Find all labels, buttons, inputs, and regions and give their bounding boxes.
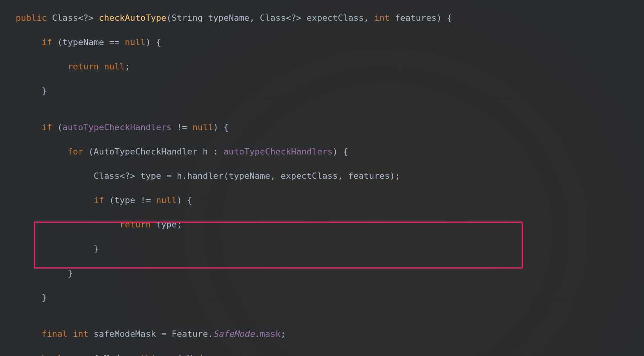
code-line: return type; — [16, 218, 644, 231]
method-call: h.handler — [177, 171, 224, 181]
keyword-final: final — [42, 329, 67, 339]
code-line: if (autoTypeCheckHandlers != null) { — [16, 121, 644, 133]
code-line: } — [16, 291, 644, 303]
field: mask — [260, 329, 281, 339]
variable: safeModeMask — [94, 329, 156, 339]
wildcard: <?> — [286, 13, 302, 23]
param-name: features — [395, 13, 437, 23]
keyword-if: if — [42, 122, 52, 132]
keyword-boolean: boolean — [42, 353, 78, 356]
variable: type — [115, 195, 135, 205]
param-name: expectClass — [307, 13, 364, 23]
code-line: for (AutoTypeCheckHandler h : autoTypeCh… — [16, 145, 644, 158]
code-editor[interactable]: public Class<?> checkAutoType(String typ… — [16, 12, 644, 356]
operator: == — [109, 37, 120, 47]
argument: features — [348, 171, 390, 181]
operator: != — [177, 122, 187, 132]
keyword-if: if — [42, 37, 52, 47]
wildcard: <?> — [120, 171, 135, 181]
variable: type — [156, 220, 177, 229]
enum-value: SafeMode — [213, 329, 255, 339]
keyword-if: if — [94, 195, 104, 205]
type: Class — [94, 171, 120, 181]
operator: != — [140, 195, 151, 205]
param-type: Class — [260, 13, 286, 23]
code-line: public Class<?> checkAutoType(String typ… — [16, 12, 644, 24]
keyword-this: this — [140, 353, 161, 356]
param-type: String — [171, 13, 202, 23]
variable: typeName — [62, 37, 104, 47]
param-type: int — [374, 13, 390, 23]
keyword-int: int — [73, 329, 89, 339]
keyword-public: public — [16, 13, 47, 23]
code-line: } — [16, 243, 644, 255]
method-name: checkAutoType — [99, 13, 166, 23]
code-line: if (typeName == null) { — [16, 36, 644, 48]
type: AutoTypeCheckHandler — [94, 147, 198, 156]
code-line: final int safeModeMask = Feature.SafeMod… — [16, 328, 644, 340]
code-line: } — [16, 85, 644, 97]
field: autoTypeCheckHandlers — [224, 147, 333, 156]
field: safeMode — [166, 353, 208, 356]
keyword-null: null — [156, 195, 177, 205]
keyword-return: return — [120, 220, 151, 229]
variable: h — [203, 147, 208, 156]
code-line: return null; — [16, 60, 644, 73]
class-name: Feature — [171, 329, 208, 339]
keyword-null: null — [104, 62, 125, 71]
code-line: Class<?> type = h.handler(typeName, expe… — [16, 170, 644, 182]
variable: type — [140, 171, 161, 181]
type-class: Class — [52, 13, 78, 23]
code-line: if (type != null) { — [16, 194, 644, 206]
argument: typeName — [229, 171, 270, 181]
keyword-null: null — [192, 122, 213, 132]
keyword-null: null — [125, 37, 146, 47]
code-line: } — [16, 267, 644, 279]
param-name: typeName — [208, 13, 249, 23]
variable: safeMode — [83, 353, 125, 356]
code-line: boolean safeMode = this.safeMode — [16, 352, 644, 356]
wildcard: <?> — [78, 13, 94, 23]
field: autoTypeCheckHandlers — [62, 122, 171, 132]
keyword-return: return — [67, 62, 98, 71]
argument: expectClass — [281, 171, 338, 181]
keyword-for: for — [67, 147, 83, 156]
